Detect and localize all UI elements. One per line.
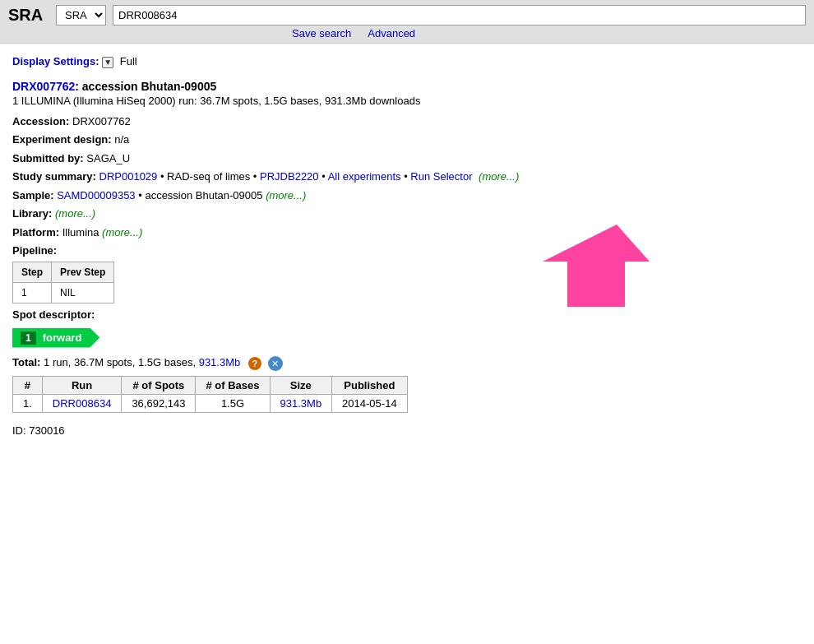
display-settings: Display Settings: ▼ Full	[12, 55, 802, 68]
field-accession: Accession: DRX007762	[12, 114, 802, 130]
row-size[interactable]: 931.3Mb	[270, 394, 332, 412]
platform-more[interactable]: (more...)	[102, 226, 142, 239]
field-study: Study summary: DRP001029 • RAD-seq of li…	[12, 169, 802, 185]
experiment-value: n/a	[114, 133, 129, 146]
submitted-label: Submitted by:	[12, 152, 84, 164]
total-value: 1 run, 36.7M spots, 1.5G bases,	[44, 356, 199, 368]
record-header: DRX007762: accession Bhutan-09005 1 ILLU…	[12, 80, 802, 107]
row-num: 1.	[13, 394, 43, 412]
pipeline-step: 1	[13, 282, 52, 303]
badge-num: 1	[21, 331, 36, 345]
library-more[interactable]: (more...)	[55, 207, 95, 220]
record-subtitle: 1 ILLUMINA (Illumina HiSeq 2000) run: 36…	[12, 95, 802, 107]
row-published: 2014-05-14	[332, 394, 408, 412]
total-section: Total: 1 run, 36.7M spots, 1.5G bases, 9…	[12, 356, 802, 371]
save-search-link[interactable]: Save search	[292, 27, 351, 39]
pipeline-label: Pipeline:	[12, 244, 57, 257]
sample-text: • accession Bhutan-09005	[138, 189, 266, 202]
display-settings-link[interactable]: Display Settings:	[12, 55, 99, 67]
sample-link[interactable]: SAMD00009353	[57, 189, 135, 202]
display-dropdown-icon[interactable]: ▼	[102, 57, 113, 68]
sample-label: Sample:	[12, 189, 54, 202]
study-dot2: •	[321, 170, 327, 183]
submitted-value: SAGA_U	[86, 152, 130, 164]
accession-label: Accession:	[12, 115, 69, 127]
pipeline-col-step: Step	[13, 262, 52, 282]
total-link[interactable]: 931.3Mb	[199, 356, 241, 368]
col-bases: # of Bases	[196, 376, 270, 394]
row-bases: 1.5G	[196, 394, 270, 412]
pipeline-col-prevstep: Prev Step	[52, 262, 114, 282]
platform-value: Illumina	[62, 226, 102, 239]
platform-label: Platform:	[12, 226, 59, 239]
field-submitted: Submitted by: SAGA_U	[12, 151, 802, 167]
pipeline-table: Step Prev Step 1 NIL	[12, 262, 114, 303]
experiment-label: Experiment design:	[12, 133, 112, 146]
study-link3[interactable]: All experiments	[328, 170, 401, 183]
spot-descriptor: Spot descriptor: 1 forward	[12, 308, 802, 348]
col-published: Published	[332, 376, 408, 394]
badge-text: forward	[43, 331, 82, 344]
help-icon[interactable]: ?	[248, 357, 261, 370]
table-row: 1. DRR008634 36,692,143 1.5G 931.3Mb 201…	[13, 394, 408, 412]
row-run[interactable]: DRR008634	[42, 394, 122, 412]
record-accession-link[interactable]: DRX007762	[12, 80, 75, 93]
study-link4[interactable]: Run Selector	[410, 170, 472, 183]
header: SRA SRA Save search Advanced	[0, 0, 814, 43]
search-input[interactable]	[113, 5, 806, 25]
data-table: # Run # of Spots # of Bases Size Publish…	[12, 376, 408, 413]
study-link1[interactable]: DRP001029	[99, 170, 158, 183]
field-library: Library: (more...)	[12, 206, 802, 222]
sample-more[interactable]: (more...)	[266, 189, 306, 202]
study-more[interactable]: (more...)	[479, 170, 519, 183]
study-link2[interactable]: PRJDB2220	[260, 170, 319, 183]
accession-value: DRX007762	[72, 115, 131, 127]
spot-descriptor-label: Spot descriptor:	[12, 308, 95, 321]
forward-badge: 1 forward	[12, 328, 99, 348]
col-size: Size	[270, 376, 332, 394]
app-title: SRA	[8, 6, 49, 25]
col-num: #	[13, 376, 43, 394]
advanced-link[interactable]: Advanced	[368, 27, 415, 39]
id-footer: ID: 730016	[12, 424, 802, 437]
library-label: Library:	[12, 207, 52, 220]
cloud-icon[interactable]: ✕	[268, 356, 283, 371]
total-label: Total:	[12, 356, 40, 368]
col-run: Run	[42, 376, 122, 394]
table-row: 1 NIL	[13, 282, 114, 303]
row-spots: 36,692,143	[122, 394, 196, 412]
col-spots: # of Spots	[122, 376, 196, 394]
field-experiment: Experiment design: n/a	[12, 132, 802, 148]
field-pipeline: Pipeline: Step Prev Step 1 NIL	[12, 243, 802, 303]
study-label: Study summary:	[12, 170, 96, 183]
display-mode: Full	[120, 55, 137, 67]
field-platform: Platform: Illumina (more...)	[12, 225, 802, 241]
study-dot1: • RAD-seq of limes •	[160, 170, 260, 183]
main-content: Display Settings: ▼ Full DRX007762: acce…	[0, 44, 814, 445]
field-sample: Sample: SAMD00009353 • accession Bhutan-…	[12, 188, 802, 204]
record-title-suffix: : accession Bhutan-09005	[75, 80, 216, 93]
database-select[interactable]: SRA	[56, 5, 106, 25]
pipeline-prevstep: NIL	[52, 282, 114, 303]
